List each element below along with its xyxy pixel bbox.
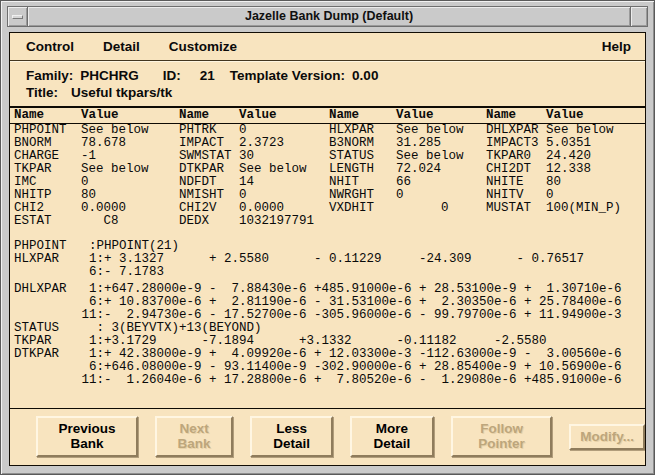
title-value: Useful tkpars/tk — [71, 85, 172, 100]
id-value: 21 — [200, 68, 215, 83]
param-value: See below — [81, 163, 179, 176]
id-label: ID: — [163, 68, 181, 83]
bank-header-line1: Family: PHCHRG ID: 21 Template Version: … — [26, 67, 645, 84]
col-header: Value — [81, 108, 179, 123]
menu-control[interactable]: Control — [26, 39, 74, 54]
next-bank-button: Next Bank — [155, 416, 233, 457]
previous-bank-button[interactable]: Previous Bank — [36, 416, 138, 457]
table-row: ESTAT C8 DEDX 1032197791 — [14, 215, 645, 228]
menu-detail[interactable]: Detail — [103, 39, 140, 54]
titlebar-corner — [631, 6, 648, 27]
param-value: C8 — [81, 215, 179, 228]
param-name — [486, 215, 546, 228]
detail-section: PHPOINT :PHPOINT(21) HLXPAR 1:+ 3.1327 +… — [10, 240, 645, 387]
param-name: VXDHIT — [329, 202, 396, 215]
window-title: Jazelle Bank Dump (Default) — [245, 9, 413, 23]
window-menu-icon — [12, 15, 23, 19]
titlebar[interactable]: Jazelle Bank Dump (Default) — [28, 6, 631, 27]
bank-header: Family: PHCHRG ID: 21 Template Version: … — [10, 62, 645, 103]
param-value: 14 — [239, 176, 329, 189]
content-spacer — [10, 387, 645, 408]
family-label: Family: — [26, 68, 73, 83]
param-value: 66 — [396, 176, 486, 189]
params-table: Name Value Name Value Name Value Name Va… — [10, 108, 645, 123]
template-version-label: Template Version: — [230, 68, 345, 83]
menu-help[interactable]: Help — [602, 39, 631, 54]
col-header: Value — [239, 108, 329, 123]
param-name: DEDX — [179, 215, 239, 228]
param-value: 0 — [396, 202, 486, 215]
family-value: PHCHRG — [80, 68, 139, 83]
params-table-body: PHPOINT See below PHTRK 0 HLXPAR See bel… — [10, 124, 645, 228]
param-name — [329, 215, 396, 228]
window-menu-button[interactable] — [7, 6, 28, 27]
col-header: Name — [486, 108, 546, 123]
modify-button: Modify... — [569, 424, 645, 450]
col-header: Name — [329, 108, 396, 123]
title-label: Title: — [26, 85, 58, 100]
col-header: Value — [396, 108, 486, 123]
param-name: MUSTAT — [486, 202, 546, 215]
menu-customize[interactable]: Customize — [169, 39, 237, 54]
param-name: ESTAT — [14, 215, 81, 228]
param-value: 80 — [546, 176, 645, 189]
window-frame: Jazelle Bank Dump (Default) Control Deta… — [0, 0, 655, 475]
col-header: Name — [179, 108, 239, 123]
buttonbar: Previous Bank Next Bank Less Detail More… — [10, 409, 645, 465]
detail-line: 11:- 1.26040e-6 + 17.28800e-6 + 7.80520e… — [14, 374, 645, 387]
menubar: Control Detail Customize Help — [10, 33, 645, 60]
less-detail-button[interactable]: Less Detail — [250, 416, 333, 457]
col-header: Value — [546, 108, 645, 123]
template-version-value: 0.00 — [352, 68, 378, 83]
bank-header-line2: Title: Useful tkpars/tk — [26, 84, 645, 101]
param-value — [546, 215, 645, 228]
param-value — [396, 215, 486, 228]
app-window: Control Detail Customize Help Family: PH… — [9, 32, 646, 466]
param-value: 1032197791 — [239, 215, 329, 228]
follow-pointer-button: Follow Pointer — [451, 416, 552, 457]
more-detail-button[interactable]: More Detail — [350, 416, 434, 457]
titlebar-row: Jazelle Bank Dump (Default) — [7, 6, 648, 27]
param-value: 100(MIN_P) — [546, 202, 645, 215]
table-header-row: Name Value Name Value Name Value Name Va… — [14, 108, 645, 123]
col-header: Name — [14, 108, 81, 123]
detail-line: 6:- 7.1783 — [14, 266, 645, 279]
